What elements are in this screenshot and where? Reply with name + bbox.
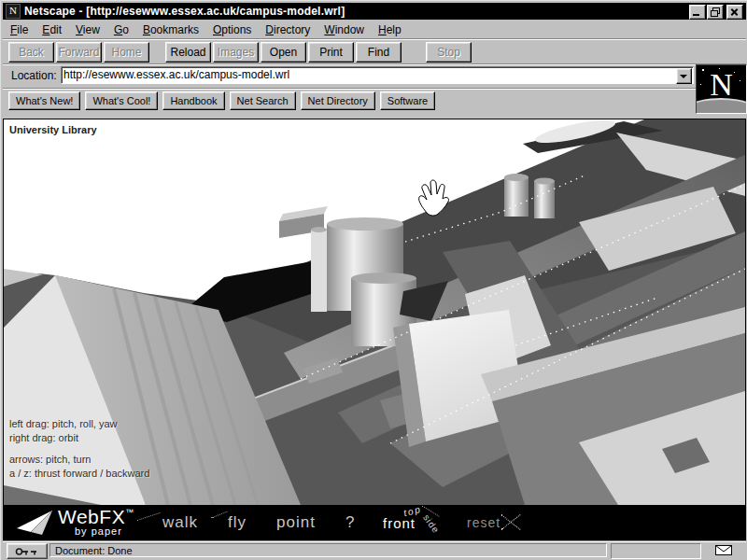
netscape-app-icon: N	[6, 4, 21, 19]
reload-button[interactable]: Reload	[165, 42, 211, 63]
menu-help[interactable]: Help	[378, 23, 402, 36]
reset-button[interactable]: reset	[467, 515, 500, 530]
window-controls	[689, 5, 743, 20]
menu-view[interactable]: View	[76, 23, 100, 36]
minimize-icon	[693, 14, 699, 16]
menu-bar: FileEditViewGoBookmarksOptionsDirectoryW…	[3, 21, 746, 38]
restore-button[interactable]	[707, 5, 724, 20]
stop-button[interactable]: Stop	[426, 42, 472, 63]
close-button[interactable]	[726, 5, 743, 20]
browser-content: University Library left drag: pitch, rol…	[3, 119, 746, 540]
webfx-byline: by paper	[75, 525, 122, 537]
vrml-viewport[interactable]: University Library left drag: pitch, rol…	[4, 119, 745, 505]
webfx-toolbar: WebFX™ by paper walkflypoint? top front …	[4, 505, 745, 539]
netscape-logo[interactable]: N	[696, 64, 747, 114]
status-bar: Document: Done	[3, 542, 746, 559]
status-text: Document: Done	[49, 543, 607, 557]
open-button[interactable]: Open	[261, 42, 306, 63]
paper-plane-icon	[15, 509, 56, 536]
toolbar-group-3: Stop	[426, 42, 472, 63]
location-row: Location:	[3, 65, 696, 87]
mail-panel[interactable]	[703, 543, 744, 557]
webfx-fly-button[interactable]: fly	[228, 513, 247, 532]
toolbar-group-2: ReloadImagesOpenPrintFind	[165, 42, 402, 63]
help-group-1: left drag: pitch, roll, yawright drag: o…	[9, 417, 149, 445]
forward-button[interactable]: Forward	[56, 42, 102, 63]
help-line: arrows: pitch, turn	[9, 453, 149, 467]
menu-edit[interactable]: Edit	[42, 23, 62, 36]
location-label: Location:	[11, 69, 57, 82]
security-panel	[7, 543, 48, 559]
view-front-button[interactable]: front	[383, 515, 416, 531]
help-group-2: arrows: pitch, turna / z: thrust forward…	[9, 453, 149, 481]
help-line: left drag: pitch, roll, yaw	[9, 417, 149, 431]
netscape-window: N Netscape - [http://esewww.essex.ac.uk/…	[0, 0, 747, 560]
dir-software-button[interactable]: Software	[380, 91, 435, 110]
home-button[interactable]: Home	[104, 42, 149, 63]
mail-envelope-icon	[715, 545, 732, 555]
webfx-nav: walkflypoint?	[162, 505, 355, 539]
menu-options[interactable]: Options	[213, 23, 251, 36]
location-input[interactable]	[63, 68, 675, 81]
print-button[interactable]: Print	[308, 42, 354, 63]
webfx-help-button[interactable]: ?	[345, 513, 355, 532]
chevron-down-icon	[680, 75, 687, 78]
help-line: right drag: orbit	[9, 431, 149, 445]
dir-what-s-cool-button[interactable]: What's Cool!	[85, 91, 158, 110]
view-cube[interactable]: top front side	[381, 505, 454, 539]
images-button[interactable]: Images	[213, 42, 259, 63]
menu-go[interactable]: Go	[114, 23, 129, 36]
location-dropdown-button[interactable]	[676, 68, 692, 84]
broken-key-icon	[15, 547, 39, 556]
app-icon-letter: N	[9, 5, 17, 16]
minimize-button[interactable]	[689, 5, 706, 20]
webfx-walk-button[interactable]: walk	[162, 513, 198, 532]
scene-annotation: University Library	[9, 124, 97, 135]
dir-handbook-button[interactable]: Handbook	[162, 91, 224, 110]
view-side-button[interactable]: side	[421, 512, 442, 536]
location-combo	[61, 66, 694, 84]
help-text: left drag: pitch, roll, yawright drag: o…	[9, 410, 149, 481]
directory-bar: What's New!What's Cool!HandbookNet Searc…	[3, 90, 696, 111]
dir-net-directory-button[interactable]: Net Directory	[301, 91, 375, 110]
motion-trail-dots	[136, 512, 160, 521]
trademark: ™	[125, 508, 134, 517]
status-aux-panel	[611, 543, 701, 559]
logo-letter: N	[697, 66, 746, 104]
menu-window[interactable]: Window	[324, 23, 364, 36]
title-bar: N Netscape - [http://esewww.essex.ac.uk/…	[3, 3, 746, 20]
back-button[interactable]: Back	[8, 42, 54, 63]
dir-net-search-button[interactable]: Net Search	[230, 91, 296, 110]
menu-directory[interactable]: Directory	[265, 23, 310, 36]
toolbar: BackForwardHomeReloadImagesOpenPrintFind…	[3, 40, 746, 63]
webfx-point-button[interactable]: point	[276, 513, 316, 532]
find-button[interactable]: Find	[356, 42, 402, 63]
dir-what-s-new-button[interactable]: What's New!	[8, 91, 80, 110]
menu-bookmarks[interactable]: Bookmarks	[143, 23, 199, 36]
menu-file[interactable]: File	[10, 23, 28, 36]
window-title: Netscape - [http://esewww.essex.ac.uk/ca…	[24, 5, 345, 18]
help-line: a / z: thrust forward / backward	[9, 467, 149, 481]
toolbar-group-1: BackForwardHome	[8, 42, 149, 63]
